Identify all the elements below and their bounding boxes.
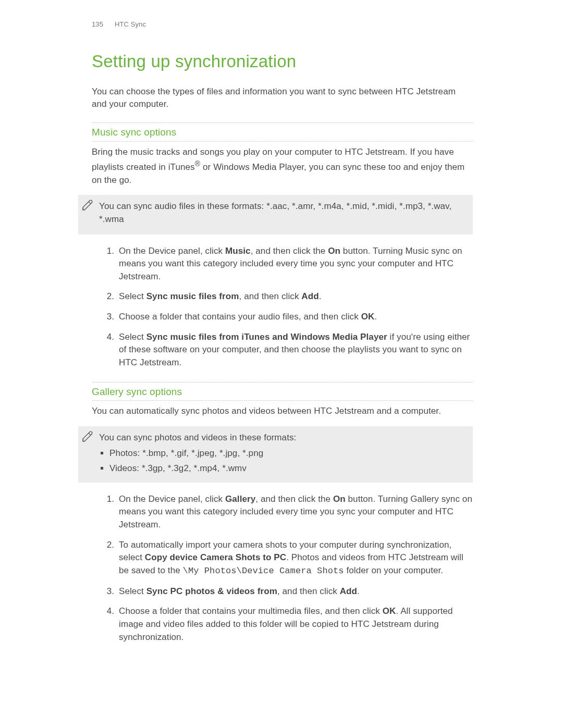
gallery-steps: On the Device panel, click Gallery, and … [92, 493, 473, 644]
music-note-text: You can sync audio files in these format… [99, 200, 464, 226]
gallery-heading: Gallery sync options [92, 382, 473, 401]
music-heading: Music sync options [92, 122, 473, 142]
gallery-note-lead: You can sync photos and videos in these … [99, 431, 464, 445]
music-step: Select Sync music files from, and then c… [117, 290, 473, 303]
gallery-step: On the Device panel, click Gallery, and … [117, 493, 473, 532]
running-header: 135 HTC Sync [92, 20, 146, 30]
music-steps: On the Device panel, click Music, and th… [92, 245, 473, 369]
gallery-note-bullet: Videos: *.3gp, *.3g2, *.mp4, *.wmv [109, 462, 464, 475]
music-intro: Bring the music tracks and songs you pla… [92, 146, 473, 187]
gallery-note-box: You can sync photos and videos in these … [78, 426, 473, 483]
page-number: 135 [92, 20, 103, 30]
gallery-step: To automatically import your camera shot… [117, 539, 473, 578]
music-step: On the Device panel, click Music, and th… [117, 245, 473, 283]
gallery-step: Select Sync PC photos & videos from, and… [117, 585, 473, 598]
gallery-note-bullet: Photos: *.bmp, *.gif, *.jpeg, *.jpg, *.p… [109, 447, 464, 460]
gallery-intro: You can automatically sync photos and vi… [92, 405, 473, 418]
music-step: Select Sync music files from iTunes and … [117, 331, 473, 369]
intro-paragraph: You can choose the types of files and in… [92, 85, 473, 111]
running-section: HTC Sync [115, 20, 146, 30]
document-page: 135 HTC Sync Setting up synchronization … [0, 0, 563, 728]
music-step: Choose a folder that contains your audio… [117, 311, 473, 324]
gallery-note-list: Photos: *.bmp, *.gif, *.jpeg, *.jpg, *.p… [99, 447, 464, 475]
content-column: Setting up synchronization You can choos… [92, 49, 473, 644]
gallery-step: Choose a folder that contains your multi… [117, 605, 473, 644]
pen-icon [81, 199, 94, 212]
page-title: Setting up synchronization [92, 49, 473, 74]
pen-icon [81, 430, 94, 443]
music-note-box: You can sync audio files in these format… [78, 195, 473, 234]
